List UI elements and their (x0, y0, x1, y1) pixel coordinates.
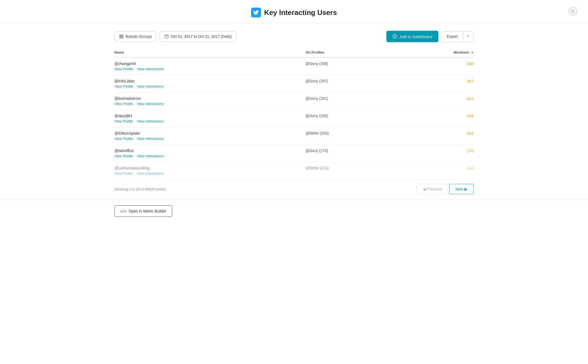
mentions-cell: 254 (396, 127, 474, 145)
table-row: @LetHumanismRing View Profile View inter… (115, 162, 474, 180)
brands-filter-button[interactable]: Brands (Group) (115, 31, 156, 42)
col-name-header: Name (115, 48, 306, 57)
user-name-cell: @LetHumanismRing View Profile View inter… (115, 162, 306, 180)
table-row: @bdooffice View Profile View interaction… (115, 145, 474, 162)
user-name-cell: @bdooffice View Profile View interaction… (115, 145, 306, 162)
view-interactions-link[interactable]: View interactions (137, 84, 164, 88)
mentions-value: 170 (467, 149, 473, 153)
user-name: @daxyfj61 (115, 114, 306, 118)
export-group: Export (442, 31, 473, 42)
view-interactions-link[interactable]: View interactions (137, 137, 164, 141)
user-name-cell: @InfoLidian View Profile View interactio… (115, 75, 306, 92)
sort-arrow-icon: ▼ (471, 51, 474, 54)
view-interactions-link[interactable]: View interactions (137, 67, 164, 71)
col-profiles-header: On Profiles (306, 48, 396, 57)
calendar-icon (164, 34, 169, 39)
mentions-value: 358 (467, 61, 473, 66)
pagination-row: Showing 1 to 25 of 86605 entries ◀ Previ… (115, 180, 474, 200)
page-header: Key Interacting Users (0, 0, 588, 23)
on-profiles-cell: @Sony (347) (306, 75, 396, 92)
user-name: @LetHumanismRing (115, 166, 306, 170)
chevron-down-icon (466, 34, 470, 38)
export-dropdown-button[interactable] (463, 32, 473, 42)
svg-rect-3 (119, 35, 123, 36)
user-name-cell: @zhangpin9 View Profile View interaction… (115, 57, 306, 75)
view-interactions-link[interactable]: View interactions (137, 102, 164, 106)
brands-icon (119, 34, 124, 39)
mentions-cell: 170 (396, 145, 474, 162)
view-profile-link[interactable]: View Profile (115, 171, 133, 175)
user-name: @keshadotcom (115, 96, 306, 101)
user-actions: View Profile View interactions (115, 102, 306, 106)
next-arrow-icon: ▶ (464, 187, 467, 191)
table-row: @daxyfj61 View Profile View interactions… (115, 110, 474, 127)
table-row: @InfoLidian View Profile View interactio… (115, 75, 474, 92)
view-profile-link[interactable]: View Profile (115, 102, 133, 106)
toolbar-left: Brands (Group) Oct 01, 2017 to Oct 31, 2… (115, 31, 237, 42)
on-profiles-value: @Sony (170) (306, 149, 328, 153)
date-filter-button[interactable]: Oct 01, 2017 to Oct 31, 2017 (Daily) (160, 31, 236, 42)
on-profiles-value: @Sony (347) (306, 79, 328, 83)
user-actions: View Profile View interactions (115, 154, 306, 158)
mentions-value: 347 (467, 79, 473, 84)
title-group: Key Interacting Users (251, 8, 337, 17)
previous-button[interactable]: ◀ Previous (417, 184, 448, 194)
view-profile-link[interactable]: View Profile (115, 154, 133, 158)
prev-arrow-icon: ◀ (423, 187, 426, 191)
user-name-cell: @EltttonSpider View Profile View interac… (115, 127, 306, 145)
table-row: @keshadotcom View Profile View interacti… (115, 92, 474, 110)
plus-circle-icon (392, 34, 397, 39)
on-profiles-cell: @Sony (170) (306, 145, 396, 162)
mentions-cell: 347 (396, 75, 474, 92)
on-profiles-value: @Sony (358) (306, 61, 328, 66)
toolbar-right: Add to Dashboard Export (386, 31, 473, 42)
metric-builder-button[interactable]: </> Open in Metric Builder (115, 205, 172, 217)
view-profile-link[interactable]: View Profile (115, 119, 133, 123)
mentions-value: 341 (467, 96, 473, 101)
user-actions: View Profile View interactions (115, 119, 306, 123)
mentions-cell: 358 (396, 57, 474, 75)
mentions-cell: 335 (396, 110, 474, 127)
view-interactions-link[interactable]: View interactions (137, 119, 164, 123)
svg-rect-4 (119, 36, 123, 37)
pagination-buttons: ◀ Previous Next ▶ (417, 184, 473, 194)
export-button[interactable]: Export (442, 32, 463, 42)
on-profiles-value: @Sony (341) (306, 96, 328, 101)
view-profile-link[interactable]: View Profile (115, 84, 133, 88)
on-profiles-cell: @Sony (335) (306, 110, 396, 127)
user-actions: View Profile View interactions (115, 171, 306, 175)
on-profiles-cell: @Sony (341) (306, 92, 396, 110)
showing-text: Showing 1 to 25 of 86605 entries (115, 187, 166, 191)
page-title: Key Interacting Users (264, 8, 337, 17)
svg-rect-6 (165, 35, 168, 38)
next-button[interactable]: Next ▶ (449, 184, 474, 194)
user-actions: View Profile View interactions (115, 84, 306, 88)
on-profiles-value: @Sony (335) (306, 114, 328, 118)
mentions-cell: 341 (396, 92, 474, 110)
mentions-value: 254 (467, 131, 473, 136)
view-interactions-link[interactable]: View interactions (137, 154, 164, 158)
twitter-icon (251, 8, 261, 17)
user-name-cell: @daxyfj61 View Profile View interactions (115, 110, 306, 127)
on-profiles-cell: @Sony (358) (306, 57, 396, 75)
user-actions: View Profile View interactions (115, 137, 306, 141)
view-profile-link[interactable]: View Profile (115, 67, 133, 71)
on-profiles-value: @BMW (254) (306, 131, 329, 135)
metric-builder-icon: </> (120, 209, 127, 213)
user-name: @EltttonSpider (115, 131, 306, 135)
user-name: @InfoLidian (115, 79, 306, 83)
table-row: @zhangpin9 View Profile View interaction… (115, 57, 474, 75)
user-name: @zhangpin9 (115, 61, 306, 66)
close-button[interactable] (568, 7, 577, 16)
on-profiles-value: @BMW (134) (306, 166, 329, 170)
on-profiles-cell: @BMW (134) (306, 162, 396, 180)
user-actions: View Profile View interactions (115, 67, 306, 71)
table-header-row: Name On Profiles Mentions ▼ (115, 48, 474, 57)
toolbar: Brands (Group) Oct 01, 2017 to Oct 31, 2… (115, 23, 474, 48)
mentions-cell: 134 (396, 162, 474, 180)
add-to-dashboard-button[interactable]: Add to Dashboard (386, 31, 438, 42)
footer-bar: </> Open in Metric Builder (0, 200, 588, 222)
mentions-value: 335 (467, 114, 473, 118)
view-profile-link[interactable]: View Profile (115, 137, 133, 141)
view-interactions-link[interactable]: View interactions (137, 171, 164, 175)
